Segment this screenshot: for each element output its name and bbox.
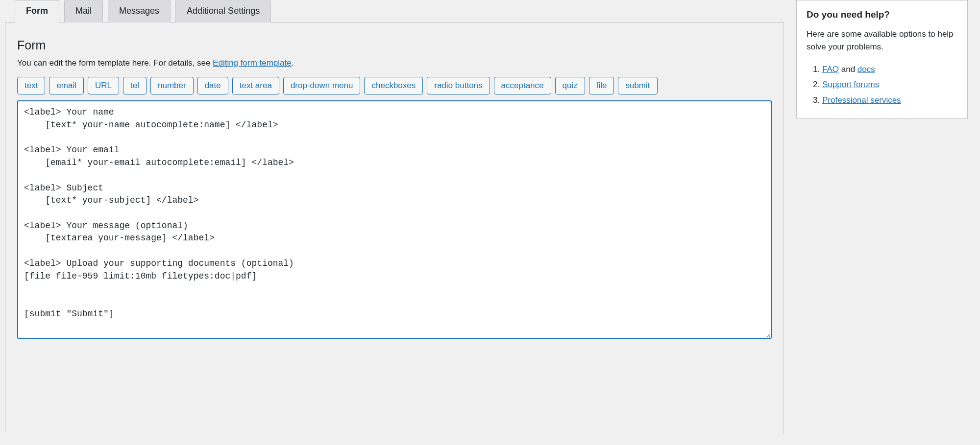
tag-btn-tel[interactable]: tel [123,77,147,94]
panel-heading: Form [17,38,772,52]
editor-tabs: FormMailMessagesAdditional Settings [15,0,784,22]
tag-btn-text-area[interactable]: text area [232,77,279,94]
tab-additional-settings[interactable]: Additional Settings [175,0,271,23]
tag-btn-text[interactable]: text [17,77,45,94]
tag-btn-acceptance[interactable]: acceptance [494,77,551,94]
panel-desc-suffix: . [292,58,294,68]
help-item: Support forums [822,77,957,92]
form-panel: Form You can edit the form template here… [5,22,784,433]
tag-btn-file[interactable]: file [589,77,614,94]
tab-messages[interactable]: Messages [108,0,171,23]
tag-btn-submit[interactable]: submit [618,77,657,94]
tag-btn-quiz[interactable]: quiz [555,77,585,94]
tag-btn-url[interactable]: URL [88,77,119,94]
form-template-textarea[interactable] [17,100,772,339]
tag-btn-email[interactable]: email [49,77,84,94]
panel-description: You can edit the form template here. For… [17,58,772,68]
help-link-faq[interactable]: FAQ [822,65,839,74]
help-title: Do you need help? [807,9,957,20]
help-intro: Here are some available options to help … [807,28,957,53]
tag-btn-drop-down-menu[interactable]: drop-down menu [283,77,361,94]
help-link-docs[interactable]: docs [858,65,875,74]
help-list: FAQ and docsSupport forumsProfessional s… [807,62,957,108]
tab-form[interactable]: Form [15,0,59,23]
help-box: Do you need help? Here are some availabl… [796,0,968,119]
tag-btn-number[interactable]: number [150,77,194,94]
editing-form-template-link[interactable]: Editing form template [213,58,292,68]
tag-btn-radio-buttons[interactable]: radio buttons [427,77,490,94]
tag-btn-date[interactable]: date [197,77,228,94]
help-link-professional-services[interactable]: Professional services [822,95,901,105]
help-link-support-forums[interactable]: Support forums [822,80,879,89]
panel-desc-prefix: You can edit the form template here. For… [17,58,213,68]
help-item-text: and [839,65,858,74]
help-item: Professional services [822,93,957,108]
tag-btn-checkboxes[interactable]: checkboxes [364,77,423,94]
help-item: FAQ and docs [822,62,957,77]
tag-generator-buttons: textemailURLtelnumberdatetext areadrop-d… [17,77,772,94]
tab-mail[interactable]: Mail [64,0,103,23]
